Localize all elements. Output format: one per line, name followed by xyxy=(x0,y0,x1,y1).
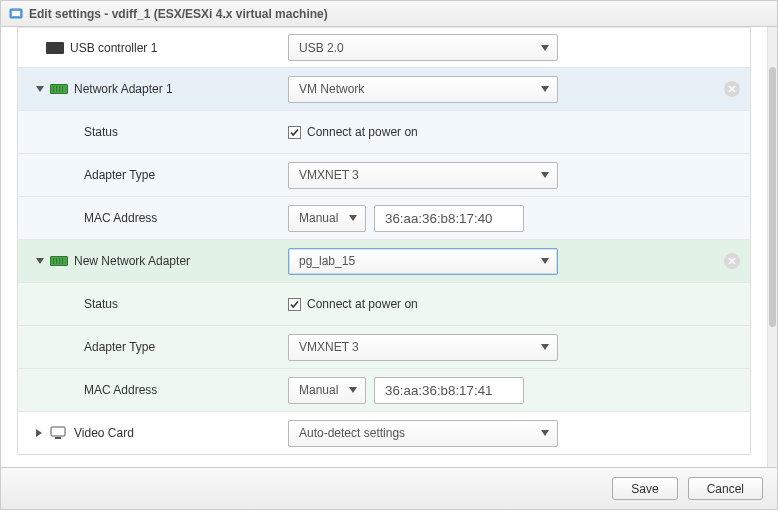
svg-rect-1 xyxy=(12,11,20,16)
nic1-network-value: VM Network xyxy=(299,82,364,96)
nic1-mac-input[interactable] xyxy=(374,205,524,232)
edit-settings-dialog: Edit settings - vdiff_1 (ESX/ESXi 4.x vi… xyxy=(0,0,778,510)
row-nic2-status: Status Connect at power on xyxy=(18,282,750,325)
nic2-network-select[interactable]: pg_lab_15 xyxy=(288,248,558,275)
dialog-body: USB controller 1 USB 2.0 xyxy=(1,27,777,467)
nic1-adapter-type-label: Adapter Type xyxy=(84,168,155,182)
nic-icon xyxy=(50,256,68,266)
nic2-label: New Network Adapter xyxy=(74,254,190,268)
nic2-adapter-type-value: VMXNET 3 xyxy=(299,340,359,354)
row-new-network-adapter: New Network Adapter pg_lab_15 xyxy=(18,239,750,282)
video-settings-select[interactable]: Auto-detect settings xyxy=(288,420,558,447)
chevron-down-icon xyxy=(541,344,549,350)
chevron-down-icon xyxy=(541,172,549,178)
close-icon xyxy=(727,84,737,94)
nic1-label: Network Adapter 1 xyxy=(74,82,173,96)
chevron-down-icon xyxy=(541,258,549,264)
nic2-network-value: pg_lab_15 xyxy=(299,254,355,268)
nic1-mac-mode-select[interactable]: Manual xyxy=(288,205,366,232)
dialog-footer: Save Cancel xyxy=(1,467,777,509)
usb-controller-label: USB controller 1 xyxy=(70,41,157,55)
nic2-adapter-type-select[interactable]: VMXNET 3 xyxy=(288,334,558,361)
close-icon xyxy=(727,256,737,266)
nic2-mac-mode-select[interactable]: Manual xyxy=(288,377,366,404)
nic2-mac-mode-value: Manual xyxy=(299,383,338,397)
nic1-connect-label: Connect at power on xyxy=(307,125,418,139)
video-settings-value: Auto-detect settings xyxy=(299,426,405,440)
save-button[interactable]: Save xyxy=(612,477,677,500)
row-nic1-status: Status Connect at power on xyxy=(18,110,750,153)
monitor-icon xyxy=(50,426,66,440)
chevron-down-icon xyxy=(541,86,549,92)
usb-type-value: USB 2.0 xyxy=(299,41,344,55)
svg-rect-2 xyxy=(51,427,65,436)
expand-toggle-nic2[interactable] xyxy=(36,258,44,264)
scrollbar-thumb[interactable] xyxy=(769,67,776,327)
remove-nic1-button[interactable] xyxy=(724,81,740,97)
chevron-down-icon xyxy=(541,430,549,436)
expand-toggle-nic1[interactable] xyxy=(36,86,44,92)
nic2-connect-checkbox[interactable]: Connect at power on xyxy=(288,297,418,311)
usb-label-cell: USB controller 1 xyxy=(18,28,288,67)
usb-icon xyxy=(46,42,64,54)
nic2-mac-label: MAC Address xyxy=(84,383,157,397)
nic1-adapter-type-value: VMXNET 3 xyxy=(299,168,359,182)
nic2-adapter-type-label: Adapter Type xyxy=(84,340,155,354)
row-nic2-adapter-type: Adapter Type VMXNET 3 xyxy=(18,325,750,368)
dialog-title: Edit settings - vdiff_1 (ESX/ESXi 4.x vi… xyxy=(29,7,328,21)
remove-nic2-button[interactable] xyxy=(724,253,740,269)
nic2-connect-label: Connect at power on xyxy=(307,297,418,311)
nic1-mac-mode-value: Manual xyxy=(299,211,338,225)
nic2-mac-input[interactable] xyxy=(374,377,524,404)
nic1-network-select[interactable]: VM Network xyxy=(288,76,558,103)
nic1-mac-label: MAC Address xyxy=(84,211,157,225)
video-card-label: Video Card xyxy=(74,426,134,440)
chevron-down-icon xyxy=(541,45,549,51)
scrollbar[interactable] xyxy=(767,27,777,467)
chevron-down-icon xyxy=(349,387,357,393)
usb-type-select[interactable]: USB 2.0 xyxy=(288,34,558,61)
row-nic2-mac: MAC Address Manual xyxy=(18,368,750,411)
nic2-status-label: Status xyxy=(84,297,118,311)
vm-icon xyxy=(9,7,23,21)
nic-icon xyxy=(50,84,68,94)
row-usb-controller: USB controller 1 USB 2.0 xyxy=(18,27,750,67)
row-network-adapter-1: Network Adapter 1 VM Network xyxy=(18,67,750,110)
nic1-status-label: Status xyxy=(84,125,118,139)
svg-rect-3 xyxy=(55,437,61,439)
row-video-card: Video Card Auto-detect settings xyxy=(18,411,750,454)
checkbox-icon xyxy=(288,126,301,139)
chevron-down-icon xyxy=(349,215,357,221)
row-nic1-mac: MAC Address Manual xyxy=(18,196,750,239)
row-nic1-adapter-type: Adapter Type VMXNET 3 xyxy=(18,153,750,196)
nic1-adapter-type-select[interactable]: VMXNET 3 xyxy=(288,162,558,189)
title-bar: Edit settings - vdiff_1 (ESX/ESXi 4.x vi… xyxy=(1,1,777,27)
nic1-connect-checkbox[interactable]: Connect at power on xyxy=(288,125,418,139)
expand-toggle-video[interactable] xyxy=(36,429,42,437)
hardware-list: USB controller 1 USB 2.0 xyxy=(1,27,767,467)
checkbox-icon xyxy=(288,298,301,311)
cancel-button[interactable]: Cancel xyxy=(688,477,763,500)
